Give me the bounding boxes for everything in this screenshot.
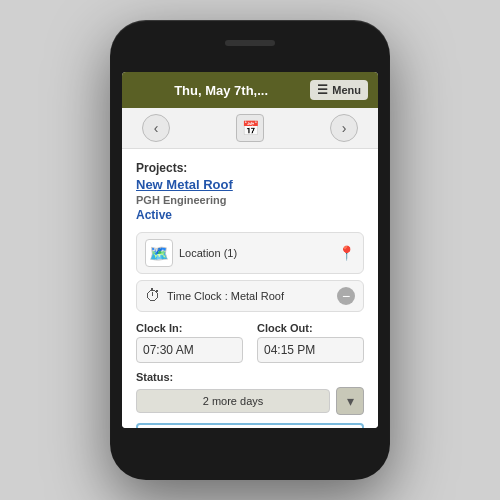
status-section: Status: 2 more days ▾ [136,371,364,415]
location-left: 🗺️ Location (1) [145,239,237,267]
header-date: Thu, May 7th,... [132,83,310,98]
prev-icon: ‹ [154,120,159,136]
project-status: Active [136,208,364,222]
location-row[interactable]: 🗺️ Location (1) 📍 [136,232,364,274]
phone-speaker [225,40,275,46]
status-chevron-button[interactable]: ▾ [336,387,364,415]
status-label: Status: [136,371,364,383]
location-label: Location (1) [179,247,237,259]
status-badge: 2 more days [136,389,330,413]
timeclock-left: ⏱ Time Clock : Metal Roof [145,287,284,305]
phone-screen: Thu, May 7th,... ☰ Menu ‹ 📅 › Projects: … [122,72,378,428]
prev-button[interactable]: ‹ [142,114,170,142]
status-row: 2 more days ▾ [136,387,364,415]
menu-label: Menu [332,84,361,96]
projects-section-label: Projects: [136,161,364,175]
clock-out-value[interactable]: 04:15 PM [257,337,364,363]
notes-area[interactable]: Almost complete all the major fabricatio… [136,423,364,428]
menu-icon: ☰ [317,83,328,97]
content-area: Projects: New Metal Roof PGH Engineering… [122,149,378,428]
clock-in-value[interactable]: 07:30 AM [136,337,243,363]
clock-in-label: Clock In: [136,322,243,334]
clock-out-field: Clock Out: 04:15 PM [257,322,364,363]
clock-out-label: Clock Out: [257,322,364,334]
timeclock-label: Time Clock : Metal Roof [167,290,284,302]
header-bar: Thu, May 7th,... ☰ Menu [122,72,378,108]
calendar-icon: 📅 [242,120,259,136]
company-name: PGH Engineering [136,194,364,206]
next-button[interactable]: › [330,114,358,142]
timeclock-row[interactable]: ⏱ Time Clock : Metal Roof − [136,280,364,312]
remove-button[interactable]: − [337,287,355,305]
phone-container: Thu, May 7th,... ☰ Menu ‹ 📅 › Projects: … [110,20,390,480]
calendar-button[interactable]: 📅 [236,114,264,142]
pin-icon: 📍 [338,245,355,261]
clock-in-field: Clock In: 07:30 AM [136,322,243,363]
nav-row: ‹ 📅 › [122,108,378,149]
next-icon: › [342,120,347,136]
clock-fields: Clock In: 07:30 AM Clock Out: 04:15 PM [136,322,364,363]
clock-icon: ⏱ [145,287,161,305]
menu-button[interactable]: ☰ Menu [310,80,368,100]
location-icon: 🗺️ [145,239,173,267]
project-name-link[interactable]: New Metal Roof [136,177,364,192]
